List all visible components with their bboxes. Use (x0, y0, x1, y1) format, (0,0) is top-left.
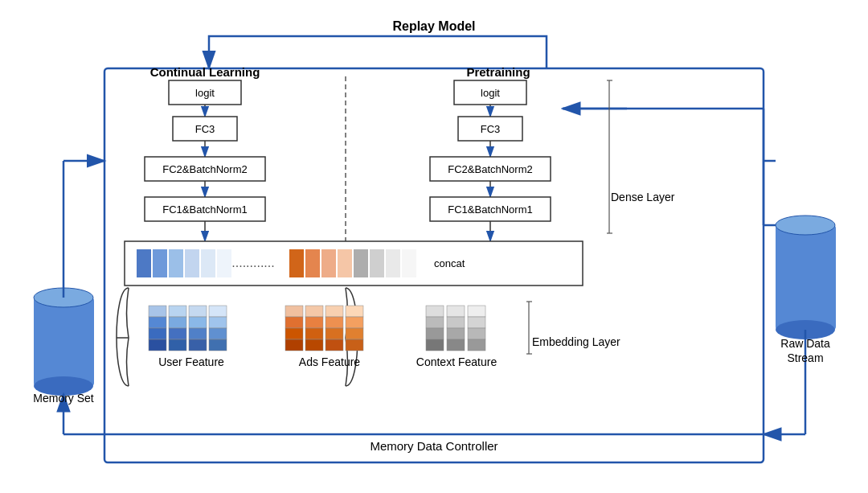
svg-rect-77 (447, 328, 465, 339)
svg-rect-48 (189, 317, 207, 328)
svg-rect-59 (305, 306, 323, 317)
svg-rect-64 (326, 317, 343, 328)
context-feature-label: Context Feature (416, 355, 497, 368)
fc2bn2-right-label: FC2&BatchNorm2 (448, 163, 532, 175)
svg-rect-63 (326, 306, 343, 317)
svg-rect-54 (209, 339, 227, 351)
svg-rect-50 (189, 339, 207, 351)
svg-rect-23 (169, 249, 183, 277)
svg-rect-22 (153, 249, 167, 277)
svg-rect-32 (354, 249, 368, 277)
raw-data-stream-label: Raw Data (780, 337, 830, 350)
svg-rect-35 (402, 249, 416, 277)
raw-data-stream-label2: Stream (787, 351, 823, 364)
svg-rect-53 (209, 328, 227, 339)
svg-rect-30 (321, 249, 336, 277)
svg-rect-74 (426, 339, 444, 351)
svg-rect-81 (468, 328, 485, 339)
svg-rect-56 (285, 317, 303, 328)
continual-learning-label: Continual Learning (150, 65, 260, 79)
svg-rect-25 (201, 249, 215, 277)
pretraining-label: Pretraining (466, 65, 530, 79)
svg-rect-75 (447, 306, 465, 317)
svg-rect-52 (209, 317, 227, 328)
svg-rect-55 (285, 306, 303, 317)
concat-label: concat (434, 257, 465, 269)
ads-feature-label: Ads Feature (299, 355, 360, 368)
svg-rect-79 (468, 306, 485, 317)
embedding-layer-label: Embedding Layer (532, 335, 620, 348)
svg-rect-76 (447, 317, 465, 328)
fc1bn1-left-label: FC1&BatchNorm1 (162, 203, 247, 216)
svg-rect-44 (169, 317, 186, 328)
svg-rect-49 (189, 328, 207, 339)
svg-rect-31 (338, 249, 352, 277)
svg-rect-40 (149, 317, 166, 328)
diagram-container: logit FC3 FC2&BatchNorm2 FC1&BatchNorm1 … (0, 0, 868, 493)
svg-rect-87 (776, 225, 836, 330)
svg-rect-33 (370, 249, 384, 277)
svg-rect-41 (149, 328, 166, 339)
fc3-left-label: FC3 (195, 123, 215, 135)
svg-rect-67 (346, 306, 363, 317)
svg-rect-65 (326, 328, 343, 339)
svg-rect-68 (346, 317, 363, 328)
fc2bn2-left-label: FC2&BatchNorm2 (162, 163, 247, 175)
svg-rect-29 (305, 249, 320, 277)
svg-rect-34 (386, 249, 400, 277)
logit-left-label: logit (195, 87, 215, 99)
svg-rect-21 (137, 249, 151, 277)
svg-rect-72 (426, 317, 444, 328)
svg-rect-69 (346, 328, 363, 339)
svg-rect-82 (468, 339, 485, 351)
logit-right-label: logit (481, 87, 500, 99)
svg-rect-80 (468, 317, 485, 328)
memory-data-controller-label: Memory Data Controller (370, 439, 497, 453)
svg-rect-51 (209, 306, 227, 317)
user-feature-label: User Feature (158, 355, 224, 368)
svg-rect-42 (149, 339, 166, 351)
replay-model-label: Replay Model (392, 19, 475, 33)
svg-rect-61 (305, 328, 323, 339)
svg-rect-28 (289, 249, 304, 277)
dense-layer-label: Dense Layer (611, 191, 675, 203)
svg-rect-24 (185, 249, 199, 277)
svg-rect-47 (189, 306, 207, 317)
svg-rect-83 (34, 298, 94, 386)
svg-rect-78 (447, 339, 465, 351)
fc1bn1-right-label: FC1&BatchNorm1 (448, 203, 532, 216)
svg-rect-66 (326, 339, 343, 351)
main-diagram: logit FC3 FC2&BatchNorm2 FC1&BatchNorm1 … (0, 0, 868, 493)
svg-rect-60 (305, 317, 323, 328)
svg-rect-45 (169, 328, 186, 339)
fc3-right-label: FC3 (481, 123, 501, 135)
svg-rect-39 (149, 306, 166, 317)
svg-rect-43 (169, 306, 186, 317)
svg-text:............: ............ (231, 256, 274, 269)
svg-rect-57 (285, 328, 303, 339)
svg-rect-62 (305, 339, 323, 351)
svg-rect-70 (346, 339, 363, 351)
svg-rect-73 (426, 328, 444, 339)
svg-rect-58 (285, 339, 303, 351)
svg-rect-46 (169, 339, 186, 351)
svg-rect-26 (217, 249, 231, 277)
memory-set-label: Memory Set (33, 392, 94, 405)
svg-rect-71 (426, 306, 444, 317)
